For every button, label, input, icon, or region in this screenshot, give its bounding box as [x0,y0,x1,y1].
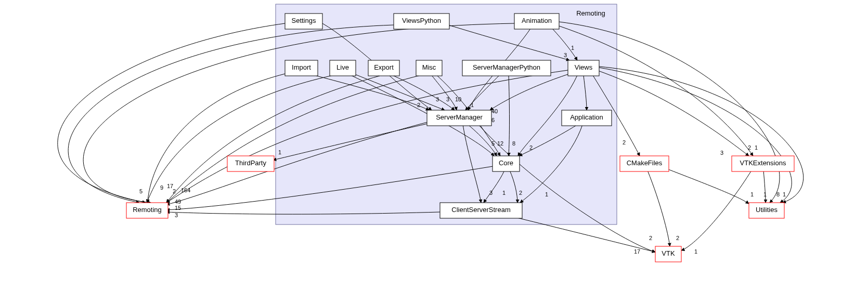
edge-label-ServerManager-VTK: 17 [634,248,640,255]
node-Misc[interactable]: Misc [416,60,442,76]
edge-CMakeFiles-VTK [647,170,670,246]
edge-label-Core-RemotingExt: 15 [175,205,181,211]
svg-rect-5 [368,60,399,76]
node-VTK[interactable]: VTK [655,246,681,262]
svg-rect-9 [427,110,491,126]
node-ServerManager[interactable]: ServerManager [427,110,491,126]
edge-label-Settings-RemotingExt: 5 [139,188,142,194]
edge-label-Views-Utilities: 1 [783,191,786,197]
edge-VTKExtensions-Utilities [763,170,766,203]
edge-label-ClientServerStream-RemotingExt: 3 [175,212,178,218]
edge-CMakeFiles-Utilities [666,168,749,204]
svg-rect-7 [462,60,551,76]
node-ThirdParty[interactable]: ThirdParty [227,156,274,171]
node-Core[interactable]: Core [493,156,520,171]
node-ViewsPython[interactable]: ViewsPython [394,14,449,29]
svg-rect-12 [440,203,522,218]
svg-rect-17 [749,203,784,218]
node-ServerManagerPython[interactable]: ServerManagerPython [462,60,551,76]
svg-rect-4 [330,60,356,76]
edge-label-Views-VTKExtensions: 3 [720,150,723,156]
svg-rect-14 [126,203,168,218]
node-Application[interactable]: Application [562,110,612,126]
edge-label-VTKExtensions-VTK: 1 [694,248,697,255]
edge-label-ClientServerStream-VTK: 2 [649,235,652,241]
edge-label-Animation-RemotingExt: 9 [160,184,163,191]
svg-rect-0 [285,14,322,29]
edge-Settings-RemotingExt [58,23,285,203]
edge-label-CMakeFiles-VTK: 2 [676,235,679,241]
node-Export[interactable]: Export [368,60,399,76]
node-VTKExtensions[interactable]: VTKExtensions [732,156,794,171]
edge-label-Views-CMakeFiles: 2 [623,139,626,146]
edge-Views-VTKExtensions [598,71,749,156]
edge-label-Animation-Utilities: 1 [755,144,758,151]
svg-rect-1 [394,14,449,29]
node-ClientServerStream[interactable]: ClientServerStream [440,203,522,218]
svg-rect-15 [620,156,669,171]
svg-rect-11 [493,156,520,171]
svg-rect-2 [514,14,559,29]
dependency-graph: Remoting 2531121933101712284062381164549… [0,0,868,291]
node-Views[interactable]: Views [568,60,599,76]
svg-rect-3 [285,60,318,76]
edge-label-Export-RemotingExt: 17 [167,183,173,189]
svg-rect-10 [562,110,612,126]
edge-VTKExtensions-VTK [681,170,752,250]
edge-Import-RemotingExt [148,74,285,203]
svg-rect-16 [732,156,794,171]
node-CMakeFiles[interactable]: CMakeFiles [620,156,669,171]
svg-rect-8 [568,60,599,76]
node-Animation[interactable]: Animation [514,14,559,29]
svg-rect-6 [416,60,442,76]
svg-rect-18 [655,246,681,262]
node-Import[interactable]: Import [285,60,318,76]
edge-label-CMakeFiles-Utilities: 1 [750,191,754,197]
edge-Views-Utilities [599,68,792,203]
node-Live[interactable]: Live [330,60,356,76]
svg-rect-13 [227,156,274,171]
node-Utilities[interactable]: Utilities [749,203,784,218]
node-RemotingExt[interactable]: Remoting [126,203,168,218]
node-Settings[interactable]: Settings [285,14,322,29]
